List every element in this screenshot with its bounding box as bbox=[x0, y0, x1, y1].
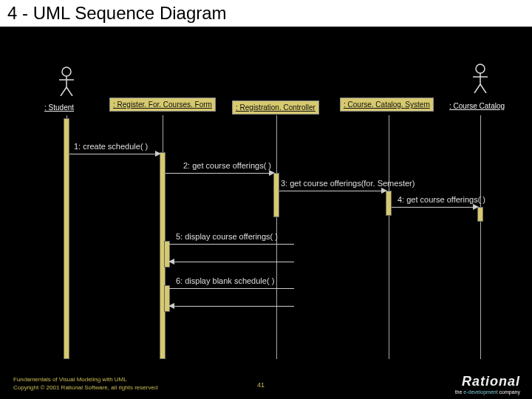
logo-tag-pre: the bbox=[455, 389, 464, 395]
lifeline-catalog bbox=[480, 115, 481, 359]
rational-logo: Rational the e-development company bbox=[455, 374, 520, 395]
message-5-line bbox=[168, 244, 294, 245]
arrow-right-icon bbox=[381, 188, 387, 194]
svg-line-9 bbox=[480, 84, 486, 93]
title-separator bbox=[0, 27, 532, 41]
participant-controller: : Registration. Controller bbox=[232, 100, 319, 115]
svg-line-3 bbox=[61, 87, 66, 96]
participant-catalog-system: : Course. Catalog. System bbox=[340, 98, 434, 112]
message-4-label: 4: get course offerings( ) bbox=[398, 195, 485, 204]
message-5-label: 5: display course offerings( ) bbox=[176, 232, 278, 241]
logo-text: Rational bbox=[455, 374, 520, 389]
page-title: 4 - UML Sequence Diagram bbox=[0, 0, 532, 27]
arrow-left-icon bbox=[168, 259, 174, 265]
logo-tag-em: e-development bbox=[463, 389, 497, 395]
svg-point-0 bbox=[62, 67, 71, 76]
footer-line-2: Copyright © 2001 Rational Software, all … bbox=[13, 384, 157, 392]
message-5-line-b bbox=[168, 262, 294, 262]
activation-catalog-system bbox=[386, 191, 392, 216]
message-2-label: 2: get course offerings( ) bbox=[183, 161, 271, 170]
lifeline-catalog-system bbox=[389, 115, 389, 359]
message-3-line bbox=[279, 191, 384, 191]
arrow-right-icon bbox=[155, 151, 161, 157]
arrow-left-icon bbox=[168, 303, 174, 309]
logo-tagline: the e-development company bbox=[455, 389, 520, 395]
message-1-line bbox=[69, 154, 158, 154]
participant-student: : Student bbox=[44, 103, 74, 112]
message-3-label: 3: get course offerings(for. Semester) bbox=[281, 179, 415, 188]
svg-point-5 bbox=[476, 64, 485, 73]
person-icon bbox=[470, 64, 491, 93]
footer: Fundamentals of Visual Modeling with UML… bbox=[0, 366, 532, 399]
participant-form: : Register. For. Courses. Form bbox=[109, 98, 216, 112]
message-6-line-b bbox=[168, 306, 294, 307]
footer-copyright: Fundamentals of Visual Modeling with UML… bbox=[13, 376, 157, 392]
activation-student bbox=[64, 118, 69, 359]
person-icon bbox=[56, 66, 77, 96]
message-6-label: 6: display blank schedule( ) bbox=[176, 276, 274, 285]
svg-line-8 bbox=[474, 84, 480, 93]
activation-controller bbox=[273, 173, 279, 217]
logo-tag-post: company bbox=[498, 389, 520, 395]
message-6-line bbox=[168, 288, 294, 289]
message-2-line bbox=[166, 173, 272, 174]
participant-catalog: : Course Catalog bbox=[449, 102, 505, 110]
svg-line-4 bbox=[66, 87, 72, 96]
footer-line-1: Fundamentals of Visual Modeling with UML bbox=[13, 376, 157, 383]
arrow-right-icon bbox=[473, 204, 479, 210]
arrow-right-icon bbox=[269, 170, 275, 176]
message-4-line bbox=[392, 207, 476, 208]
page-number: 41 bbox=[257, 381, 265, 389]
message-1-label: 1: create schedule( ) bbox=[74, 142, 148, 151]
sequence-diagram: : Student : Register. For. Courses. Form… bbox=[0, 41, 532, 366]
